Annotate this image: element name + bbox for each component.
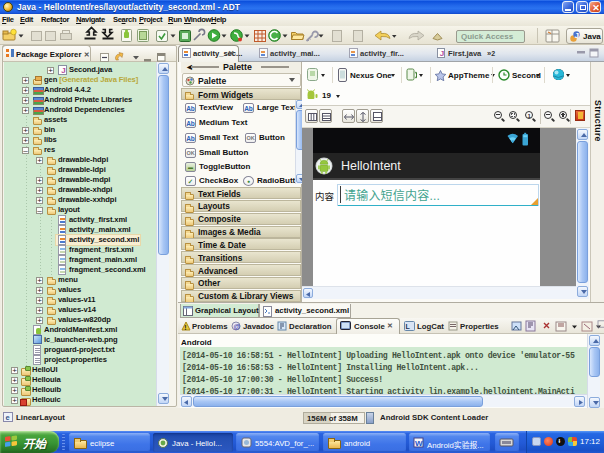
svg-text:W: W xyxy=(415,439,423,448)
svg-text:@: @ xyxy=(234,323,241,330)
svg-text:e: e xyxy=(6,413,10,422)
svg-text:J: J xyxy=(575,31,579,40)
svg-text:!: ! xyxy=(184,324,186,331)
svg-text:L: L xyxy=(406,323,411,330)
